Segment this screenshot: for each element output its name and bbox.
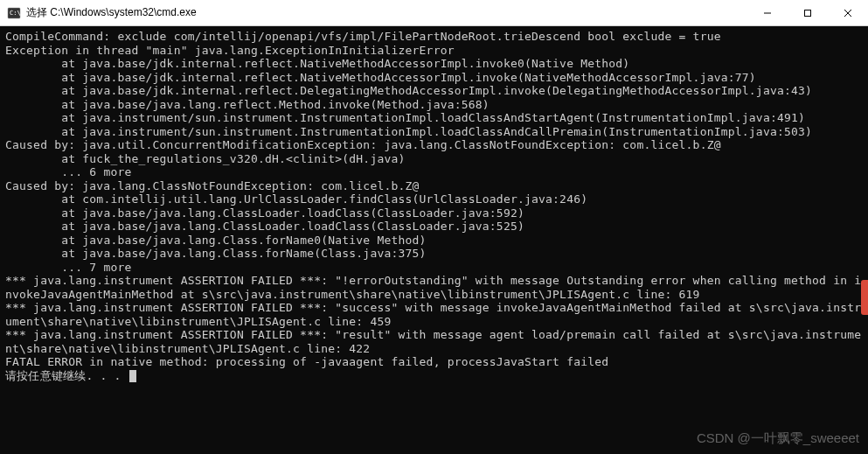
svg-rect-3 xyxy=(805,10,811,17)
cursor xyxy=(129,370,136,382)
minimize-button[interactable] xyxy=(747,0,788,26)
maximize-button[interactable] xyxy=(788,0,828,26)
svg-text:C:\: C:\ xyxy=(10,10,21,17)
window-title: 选择 C:\Windows\system32\cmd.exe xyxy=(26,5,747,20)
window-controls xyxy=(747,0,868,25)
terminal-text: CompileCommand: exclude com/intellij/ope… xyxy=(5,30,861,368)
prompt-text: 请按任意键继续. . . xyxy=(5,369,128,382)
terminal-output[interactable]: CompileCommand: exclude com/intellij/ope… xyxy=(0,26,868,454)
close-button[interactable] xyxy=(828,0,868,26)
titlebar: C:\ 选择 C:\Windows\system32\cmd.exe xyxy=(0,0,868,26)
cmd-icon: C:\ xyxy=(7,6,21,20)
